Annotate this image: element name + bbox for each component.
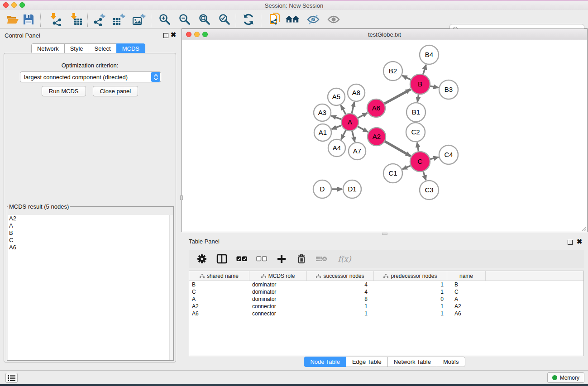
table-cell[interactable]: 0 bbox=[374, 295, 447, 303]
tab-node-table[interactable]: Node Table bbox=[304, 357, 346, 367]
tab-select[interactable]: Select bbox=[89, 43, 117, 54]
graph-node-A3[interactable]: A3 bbox=[314, 104, 331, 121]
result-list-item[interactable]: A bbox=[8, 222, 169, 229]
graph-edge-A-A8[interactable] bbox=[352, 102, 354, 115]
graph-edge-A-A6[interactable] bbox=[357, 113, 368, 119]
import-table-button[interactable] bbox=[69, 12, 83, 27]
graph-edge-A-A4[interactable] bbox=[341, 129, 347, 139]
float-panel-icon[interactable] bbox=[163, 33, 168, 38]
table-cell[interactable]: 1 bbox=[374, 288, 447, 295]
table-cell[interactable]: A2 bbox=[189, 303, 249, 310]
column-header-name[interactable]: name bbox=[447, 271, 486, 281]
tab-style[interactable]: Style bbox=[64, 43, 89, 54]
tab-mcds[interactable]: MCDS bbox=[116, 43, 145, 54]
graph-node-B[interactable]: B bbox=[410, 74, 430, 94]
result-list-item[interactable]: A6 bbox=[8, 244, 169, 251]
table-cell[interactable]: 4 bbox=[307, 288, 374, 295]
criterion-select[interactable]: largest connected component (directed) bbox=[20, 71, 161, 82]
graph-node-D1[interactable]: D1 bbox=[343, 180, 361, 198]
column-header-successor-nodes[interactable]: successor nodes bbox=[307, 271, 374, 281]
table-cell[interactable]: connector bbox=[249, 310, 307, 317]
zoom-in-button[interactable] bbox=[158, 12, 172, 27]
network-canvas[interactable]: B4B2BB3A5A8A6A3B1AC2A1A2A4A7C4CC1C3DD1 bbox=[182, 40, 587, 232]
graph-node-A6[interactable]: A6 bbox=[367, 99, 385, 117]
graph-node-B1[interactable]: B1 bbox=[406, 103, 425, 122]
graph-node-A5[interactable]: A5 bbox=[328, 88, 345, 105]
show-all-button[interactable] bbox=[326, 12, 341, 27]
run-mcds-button[interactable]: Run MCDS bbox=[42, 86, 86, 96]
graph-node-A4[interactable]: A4 bbox=[328, 139, 345, 157]
table-cell[interactable]: 1 bbox=[307, 303, 374, 310]
graph-node-C2[interactable]: C2 bbox=[406, 123, 425, 142]
graph-node-A[interactable]: A bbox=[341, 114, 359, 131]
equation-builder-button[interactable]: f(x) bbox=[335, 252, 354, 266]
graph-edge-A-A7[interactable] bbox=[352, 130, 355, 142]
zoom-fit-button[interactable] bbox=[197, 12, 212, 27]
table-cell[interactable]: dominator bbox=[249, 288, 307, 295]
splitter-grip[interactable] bbox=[382, 233, 387, 235]
result-scrollbar[interactable] bbox=[169, 215, 173, 360]
graph-edge-C-C3[interactable] bbox=[423, 170, 426, 180]
graph-edge-B-B2[interactable] bbox=[402, 76, 412, 80]
table-cell[interactable]: 1 bbox=[374, 310, 447, 317]
graph-node-A8[interactable]: A8 bbox=[348, 84, 365, 101]
table-cell[interactable]: 1 bbox=[374, 303, 447, 310]
graph-node-C3[interactable]: C3 bbox=[420, 181, 439, 200]
import-network-button[interactable] bbox=[48, 12, 63, 27]
zoom-selected-button[interactable] bbox=[217, 12, 232, 27]
column-header-MCDS-role[interactable]: MCDS role bbox=[249, 271, 307, 281]
save-session-button[interactable] bbox=[21, 12, 36, 27]
table-cell[interactable]: connector bbox=[249, 303, 307, 310]
graph-edge-C-C1[interactable] bbox=[402, 165, 412, 169]
task-history-button[interactable] bbox=[5, 373, 18, 383]
apply-layout-button[interactable] bbox=[241, 12, 256, 27]
graph-edge-A-A3[interactable] bbox=[331, 116, 343, 120]
resize-grip-icon[interactable] bbox=[580, 225, 587, 231]
graph-edge-A6-B[interactable] bbox=[383, 90, 411, 105]
hide-selected-button[interactable] bbox=[306, 12, 320, 27]
horizontal-splitter[interactable] bbox=[182, 232, 588, 235]
export-image-button[interactable] bbox=[132, 12, 146, 27]
column-header-predecessor-nodes[interactable]: predecessor nodes bbox=[374, 271, 447, 281]
graph-node-C1[interactable]: C1 bbox=[383, 164, 402, 183]
tab-motifs[interactable]: Motifs bbox=[437, 357, 465, 367]
graph-edge-B-B4[interactable] bbox=[423, 65, 426, 76]
column-header-shared-name[interactable]: shared name bbox=[189, 271, 249, 281]
table-row[interactable]: Adominator80A bbox=[189, 295, 583, 303]
graph-node-A2[interactable]: A2 bbox=[368, 128, 386, 146]
first-neighbors-button[interactable] bbox=[285, 12, 300, 27]
graph-node-A7[interactable]: A7 bbox=[349, 143, 366, 160]
graph-node-B2[interactable]: B2 bbox=[383, 62, 402, 81]
table-cell[interactable]: 8 bbox=[307, 295, 374, 303]
table-cell[interactable]: C bbox=[447, 288, 486, 295]
table-row[interactable]: A6connector11A6 bbox=[189, 310, 583, 317]
table-row[interactable]: Cdominator41C bbox=[189, 288, 583, 295]
close-table-panel-icon[interactable]: ✖ bbox=[576, 238, 583, 245]
close-panel-button[interactable]: Close panel bbox=[93, 86, 139, 96]
graph-node-B3[interactable]: B3 bbox=[439, 80, 458, 99]
result-list-item[interactable]: B bbox=[8, 229, 169, 237]
table-cell[interactable]: B bbox=[189, 281, 249, 288]
export-network-button[interactable] bbox=[92, 12, 107, 27]
tab-edge-table[interactable]: Edge Table bbox=[346, 357, 388, 367]
table-cell[interactable]: 4 bbox=[307, 281, 374, 288]
tab-network-table[interactable]: Network Table bbox=[387, 357, 437, 367]
graph-edge-A-A1[interactable] bbox=[332, 125, 343, 129]
table-settings-button[interactable] bbox=[195, 252, 209, 266]
graph-node-D[interactable]: D bbox=[313, 180, 331, 198]
table-cell[interactable]: 1 bbox=[307, 310, 374, 317]
graph-edge-A-A2[interactable] bbox=[357, 126, 368, 132]
close-panel-icon[interactable]: ✖ bbox=[170, 32, 177, 38]
result-list-item[interactable]: A2 bbox=[8, 215, 169, 222]
export-table-button[interactable] bbox=[111, 12, 126, 27]
select-all-button[interactable] bbox=[235, 252, 249, 266]
table-cell[interactable]: A bbox=[189, 295, 249, 303]
table-cell[interactable]: A bbox=[447, 295, 486, 303]
table-cell[interactable]: A6 bbox=[447, 310, 486, 317]
zoom-out-button[interactable] bbox=[177, 12, 192, 27]
delete-table-button[interactable] bbox=[315, 252, 328, 266]
table-row[interactable]: A2connector11A2 bbox=[189, 303, 583, 310]
graph-node-B4[interactable]: B4 bbox=[420, 45, 439, 64]
graph-node-C[interactable]: C bbox=[410, 152, 430, 172]
column-visibility-button[interactable] bbox=[215, 252, 229, 266]
